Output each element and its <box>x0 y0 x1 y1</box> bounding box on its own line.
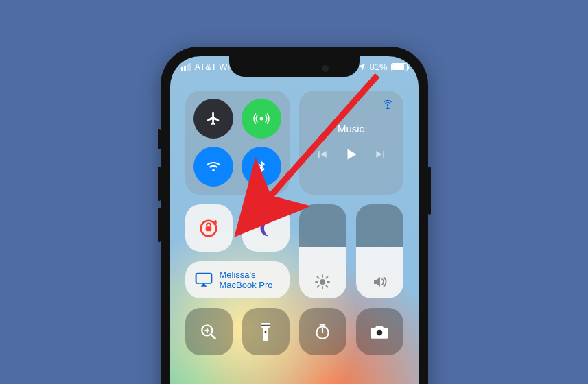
timer-icon <box>314 323 331 341</box>
wifi-toggle-icon <box>206 159 221 174</box>
svg-point-19 <box>265 331 267 333</box>
connectivity-panel[interactable] <box>185 91 290 195</box>
brightness-slider[interactable] <box>299 204 346 298</box>
svg-rect-14 <box>196 274 211 283</box>
magnifier-icon <box>200 323 217 341</box>
volume-up-button <box>158 167 161 201</box>
camera-icon <box>370 324 389 339</box>
volume-icon <box>371 274 388 290</box>
battery-percent: 81% <box>369 62 387 72</box>
flashlight-icon <box>259 322 272 341</box>
control-center: Music <box>185 91 403 355</box>
airplay-indicator-icon <box>381 99 394 111</box>
bottom-shortcuts-row <box>185 308 403 355</box>
power-button <box>428 167 431 215</box>
bluetooth-toggle[interactable] <box>242 147 281 187</box>
moon-icon <box>255 218 276 239</box>
mute-switch <box>158 129 161 149</box>
wifi-toggle[interactable] <box>193 147 233 187</box>
screen: AT&T Wi-Fi 81% <box>170 56 419 384</box>
svg-rect-4 <box>206 226 212 231</box>
svg-line-16 <box>211 334 215 338</box>
magnifier-button[interactable] <box>185 308 233 355</box>
bluetooth-icon <box>255 160 268 173</box>
previous-track-button[interactable] <box>315 147 329 161</box>
screen-mirroring-button[interactable]: Melissa's MacBook Pro <box>185 261 290 298</box>
orientation-lock-toggle[interactable] <box>185 204 233 252</box>
svg-line-12 <box>318 285 319 287</box>
screen-mirroring-icon <box>195 272 213 287</box>
next-track-button[interactable] <box>374 147 388 161</box>
music-title: Music <box>338 123 364 134</box>
location-icon <box>358 63 366 71</box>
orientation-lock-icon <box>197 217 220 240</box>
airplane-icon <box>206 111 221 126</box>
brightness-icon <box>314 274 331 290</box>
volume-slider[interactable] <box>356 204 403 298</box>
signal-icon <box>181 63 191 71</box>
svg-point-24 <box>377 329 383 335</box>
play-button[interactable] <box>342 145 360 163</box>
airplane-mode-toggle[interactable] <box>193 99 233 139</box>
svg-point-2 <box>386 104 388 106</box>
svg-point-5 <box>320 279 325 285</box>
music-panel[interactable]: Music <box>299 91 403 195</box>
toggle-row <box>185 204 290 252</box>
timer-button[interactable] <box>299 308 346 355</box>
notch <box>229 56 360 77</box>
svg-line-11 <box>326 285 327 287</box>
cellular-data-toggle[interactable] <box>242 99 281 139</box>
svg-line-13 <box>326 277 327 278</box>
phone-frame: AT&T Wi-Fi 81% <box>161 47 428 384</box>
svg-point-1 <box>259 117 263 121</box>
volume-down-button <box>158 208 161 242</box>
flashlight-button[interactable] <box>242 308 290 355</box>
svg-line-10 <box>318 277 319 278</box>
do-not-disturb-toggle[interactable] <box>242 204 290 252</box>
mirror-device-label: Melissa's MacBook Pro <box>220 269 280 290</box>
cellular-icon <box>253 110 270 127</box>
battery-icon <box>391 63 408 71</box>
camera-button[interactable] <box>356 308 403 355</box>
